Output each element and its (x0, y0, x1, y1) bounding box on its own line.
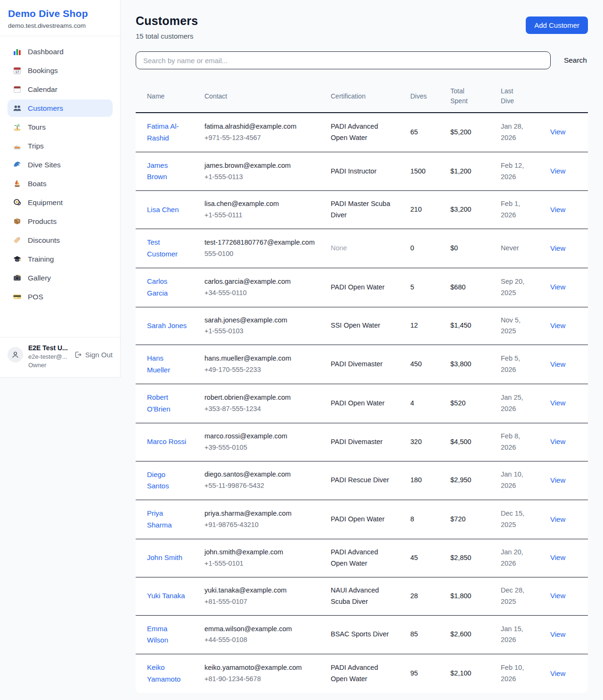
customer-phone: +1-555-0101 (204, 558, 326, 569)
customer-dives: 4 (410, 399, 414, 407)
tours-icon (13, 123, 22, 132)
customer-name-link[interactable]: Diego Santos (147, 469, 188, 493)
customer-name-link[interactable]: Sarah Jones (147, 320, 187, 332)
customer-last-dive: Nov 5, 2025 (501, 315, 530, 338)
calendar-icon (13, 85, 22, 94)
customer-last-dive: Dec 15, 2025 (501, 508, 530, 531)
view-customer-link[interactable]: View (550, 399, 565, 407)
sidebar-item-dive-sites[interactable]: Dive Sites (8, 156, 113, 173)
customer-phone: 555-0100 (204, 248, 326, 260)
customer-name-link[interactable]: Yuki Tanaka (147, 590, 185, 602)
customer-name-link[interactable]: Carlos Garcia (147, 276, 188, 299)
customer-email: lisa.chen@example.com (204, 198, 318, 210)
customer-name-link[interactable]: Lisa Chen (147, 204, 179, 216)
sidebar-item-boats[interactable]: Boats (8, 175, 113, 192)
sidebar-item-label: Bookings (28, 66, 58, 75)
customer-name-link[interactable]: Fatima Al-Rashid (147, 121, 188, 144)
customer-dives: 1500 (410, 167, 425, 175)
view-customer-link[interactable]: View (550, 244, 565, 252)
sidebar-item-label: Customers (28, 104, 63, 113)
view-customer-link[interactable]: View (550, 515, 565, 523)
sidebar-item-pos[interactable]: POS (8, 288, 113, 305)
table-row: James Brown james.brown@example.com +1-5… (136, 152, 588, 191)
customer-email: robert.obrien@example.com (204, 392, 318, 404)
sidebar-item-bookings[interactable]: 17Bookings (8, 62, 113, 79)
view-customer-link[interactable]: View (550, 283, 565, 291)
customer-name-link[interactable]: James Brown (147, 160, 188, 183)
customer-email: hans.mueller@example.com (204, 353, 318, 364)
customer-name-link[interactable]: John Smith (147, 552, 182, 564)
customer-name-link[interactable]: Hans Mueller (147, 353, 188, 376)
trips-icon (13, 141, 22, 150)
customer-email: john.smith@example.com (204, 547, 318, 558)
customer-name-link[interactable]: Priya Sharma (147, 508, 188, 531)
customer-name-link[interactable]: Test Customer (147, 237, 188, 260)
customer-total-spent: $520 (450, 399, 465, 407)
sidebar-item-trips[interactable]: Trips (8, 137, 113, 155)
customer-dives: 450 (410, 360, 422, 368)
col-header-certification: Certification (331, 80, 410, 113)
search-button[interactable]: Search (563, 53, 588, 67)
sidebar-item-dashboard[interactable]: Dashboard (8, 43, 113, 60)
view-customer-link[interactable]: View (550, 360, 565, 368)
customer-email: fatima.alrashid@example.com (204, 121, 318, 132)
sidebar-item-equipment[interactable]: Equipment (8, 194, 113, 211)
customer-certification: None (331, 243, 392, 254)
col-header-last-dive: Last Dive (501, 80, 550, 113)
sign-out-button[interactable]: Sign Out (74, 351, 113, 359)
customer-dives: 180 (410, 476, 422, 484)
sidebar-item-calendar[interactable]: Calendar (8, 81, 113, 98)
bookings-icon: 17 (13, 66, 22, 75)
view-customer-link[interactable]: View (550, 206, 565, 214)
customer-total-spent: $720 (450, 515, 465, 523)
sidebar-item-customers[interactable]: Customers (8, 99, 113, 117)
customer-email: marco.rossi@example.com (204, 431, 318, 442)
sidebar: Demo Dive Shop demo.test.divestreams.com… (0, 0, 121, 378)
view-customer-link[interactable]: View (550, 592, 565, 600)
customer-certification: NAUI Advanced Scuba Diver (331, 585, 392, 608)
customer-email: test-1772681807767@example.com (204, 237, 318, 248)
col-header-contact: Contact (204, 80, 331, 113)
col-header-total-spent: Total Spent (450, 80, 501, 113)
view-customer-link[interactable]: View (550, 167, 565, 175)
customer-total-spent: $4,500 (450, 438, 471, 445)
sidebar-item-gallery[interactable]: Gallery (8, 269, 113, 287)
customer-dives: 95 (410, 669, 418, 677)
view-customer-link[interactable]: View (550, 476, 565, 484)
view-customer-link[interactable]: View (550, 128, 565, 136)
add-customer-button[interactable]: Add Customer (526, 16, 588, 34)
brand-title: Demo Dive Shop (8, 8, 112, 19)
customer-total-spent: $0 (450, 244, 458, 252)
user-info: E2E Test U... e2e-tester@... Owner (28, 344, 69, 369)
customer-total-spent: $5,200 (450, 128, 471, 136)
customer-last-dive: Never (501, 243, 546, 254)
view-customer-link[interactable]: View (550, 437, 565, 445)
view-customer-link[interactable]: View (550, 669, 565, 677)
customer-name-link[interactable]: Robert O'Brien (147, 392, 188, 415)
view-customer-link[interactable]: View (550, 630, 565, 638)
view-customer-link[interactable]: View (550, 553, 565, 561)
customer-total-spent: $680 (450, 283, 465, 291)
customer-last-dive: Jan 15, 2026 (501, 624, 530, 646)
customer-certification: PADI Rescue Diver (331, 475, 392, 486)
pos-icon (13, 292, 22, 301)
customer-name-link[interactable]: Keiko Yamamoto (147, 662, 188, 685)
view-customer-link[interactable]: View (550, 321, 565, 329)
sidebar-item-tours[interactable]: Tours (8, 118, 113, 136)
customer-last-dive: Feb 8, 2026 (501, 431, 530, 453)
customer-certification: PADI Divemaster (331, 359, 392, 370)
equipment-icon (13, 198, 22, 207)
customer-total-spent: $2,850 (450, 554, 471, 561)
customer-email: priya.sharma@example.com (204, 508, 318, 519)
customer-name-link[interactable]: Emma Wilson (147, 623, 188, 647)
user-email: e2e-tester@... (28, 353, 69, 360)
discounts-icon (13, 236, 22, 245)
customer-name-link[interactable]: Marco Rossi (147, 436, 186, 448)
sidebar-item-label: Tours (28, 123, 46, 132)
customer-certification: PADI Instructor (331, 166, 392, 177)
sidebar-item-discounts[interactable]: Discounts (8, 231, 113, 249)
sidebar-item-training[interactable]: Training (8, 250, 113, 268)
sidebar-item-products[interactable]: Products (8, 213, 113, 230)
customer-total-spent: $2,100 (450, 669, 471, 677)
search-input[interactable] (136, 51, 551, 69)
